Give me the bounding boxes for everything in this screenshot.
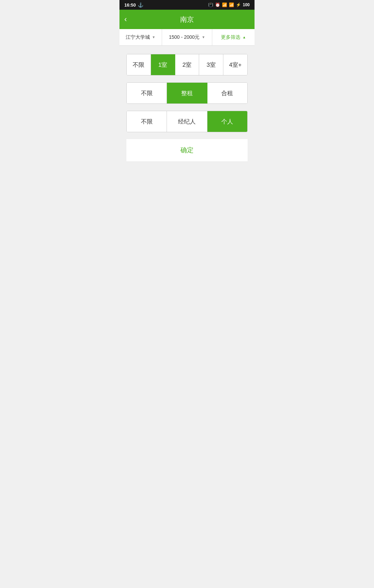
rental-unlimited-btn[interactable]: 不限 — [127, 83, 167, 103]
rental-shared-btn[interactable]: 合租 — [207, 83, 247, 103]
rental-type-section: 不限 整租 合租 — [126, 82, 248, 104]
price-filter[interactable]: 1500 - 2000元 ▼ — [162, 29, 213, 45]
rental-options-row: 不限 整租 合租 — [126, 82, 248, 104]
room-1-btn[interactable]: 1室 — [151, 54, 175, 75]
agent-options-row: 不限 经纪人 个人 — [126, 111, 248, 132]
more-label: 更多筛选 — [221, 34, 240, 40]
location-filter[interactable]: 江宁大学城 ▼ — [119, 29, 162, 45]
wifi-icon: 📶 — [222, 2, 227, 7]
price-chevron-icon: ▼ — [202, 35, 205, 39]
agent-unlimited-btn[interactable]: 不限 — [127, 111, 167, 132]
rental-whole-btn[interactable]: 整租 — [167, 83, 207, 103]
more-filter[interactable]: 更多筛选 ▲ — [212, 29, 255, 45]
signal-icon: 📶 — [229, 2, 234, 7]
room-1-label: 1室 — [158, 61, 167, 69]
usb-icon: ⚓ — [138, 2, 143, 8]
room-type-section: 不限 1室 2室 3室 4室+ — [126, 54, 248, 75]
status-left: 16:50 ⚓ — [124, 2, 143, 8]
room-4plus-label: 4室+ — [229, 61, 241, 69]
room-2-btn[interactable]: 2室 — [175, 54, 199, 75]
charging-icon: ⚡ — [236, 2, 241, 7]
room-options-row: 不限 1室 2室 3室 4室+ — [126, 54, 248, 75]
filter-bar: 江宁大学城 ▼ 1500 - 2000元 ▼ 更多筛选 ▲ — [119, 29, 255, 46]
agent-broker-label: 经纪人 — [178, 118, 196, 126]
agent-personal-btn[interactable]: 个人 — [207, 111, 247, 132]
location-label: 江宁大学城 — [126, 34, 150, 40]
confirm-button[interactable]: 确定 — [180, 146, 194, 155]
location-chevron-icon: ▼ — [152, 35, 155, 39]
room-3-label: 3室 — [207, 61, 216, 69]
page-title: 南京 — [180, 15, 194, 24]
room-unlimited-label: 不限 — [133, 61, 144, 69]
status-time: 16:50 — [124, 2, 136, 8]
more-chevron-icon: ▲ — [242, 35, 246, 39]
rental-shared-label: 合租 — [221, 89, 233, 97]
agent-broker-btn[interactable]: 经纪人 — [167, 111, 207, 132]
vibrate-icon: 📳 — [208, 2, 213, 7]
agent-unlimited-label: 不限 — [141, 118, 153, 126]
filter-panel: 不限 1室 2室 3室 4室+ 不限 整租 合租 — [119, 46, 255, 168]
rental-unlimited-label: 不限 — [141, 89, 153, 97]
confirm-area: 确定 — [126, 139, 248, 161]
back-button[interactable]: ‹ — [124, 15, 127, 24]
room-3-btn[interactable]: 3室 — [199, 54, 223, 75]
status-bar: 16:50 ⚓ 📳 ⏰ 📶 📶 ⚡ 100 — [119, 0, 255, 10]
status-right: 📳 ⏰ 📶 📶 ⚡ 100 — [208, 2, 250, 7]
agent-type-section: 不限 经纪人 个人 — [126, 111, 248, 132]
header: ‹ 南京 — [119, 10, 255, 29]
alarm-icon: ⏰ — [215, 2, 220, 7]
agent-personal-label: 个人 — [221, 118, 233, 126]
battery-level: 100 — [243, 2, 250, 7]
room-4plus-btn[interactable]: 4室+ — [223, 54, 247, 75]
room-2-label: 2室 — [182, 61, 192, 69]
rental-whole-label: 整租 — [181, 89, 193, 97]
room-unlimited-btn[interactable]: 不限 — [127, 54, 151, 75]
price-label: 1500 - 2000元 — [169, 34, 200, 40]
content-area — [119, 168, 255, 307]
back-icon: ‹ — [124, 15, 127, 24]
